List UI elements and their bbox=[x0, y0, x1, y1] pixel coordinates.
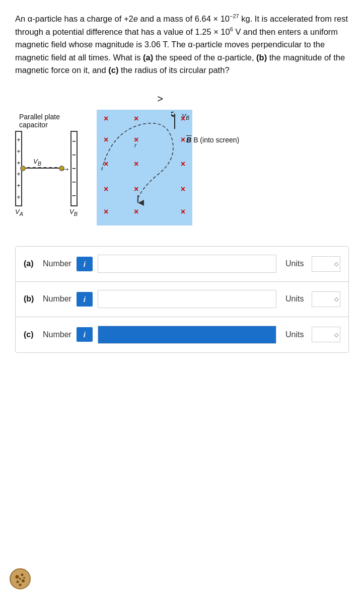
svg-point-4 bbox=[16, 575, 19, 579]
info-btn-b[interactable]: i bbox=[77, 292, 93, 307]
number-label-c: Number bbox=[43, 330, 71, 339]
svg-point-10 bbox=[23, 577, 25, 579]
cookie-icon-container[interactable] bbox=[9, 568, 31, 592]
vb-label: VB bbox=[69, 208, 78, 217]
svg-point-5 bbox=[21, 574, 24, 576]
plus-2: + bbox=[17, 148, 21, 155]
diagram-area: Parallel plate capacitor + + + + + + bbox=[15, 89, 349, 230]
answer-row-a: (a) Number i Units m/s N m bbox=[16, 247, 348, 282]
minus-plate: − − − − − bbox=[70, 131, 78, 206]
number-input-b[interactable] bbox=[98, 290, 276, 308]
field-box: × × VB × × × × bbox=[97, 110, 192, 225]
capacitor-plates: + + + + + + VB → bbox=[15, 131, 78, 206]
b-into-screen: B (into screen) bbox=[193, 136, 239, 144]
units-select-b[interactable]: m/s N m bbox=[312, 291, 340, 307]
units-select-wrapper-b: m/s N m bbox=[312, 291, 340, 307]
page-container: An α-particle has a charge of +2e and a … bbox=[0, 0, 364, 368]
minus-4: − bbox=[72, 179, 76, 185]
plus-4: + bbox=[17, 171, 21, 177]
svg-point-7 bbox=[17, 581, 19, 583]
label-b: (b) bbox=[24, 294, 43, 304]
number-label-b: Number bbox=[43, 294, 71, 304]
minus-2: − bbox=[72, 152, 76, 158]
dot-left bbox=[20, 166, 26, 171]
number-label-a: Number bbox=[43, 259, 71, 268]
cookie-icon bbox=[9, 568, 31, 590]
b-label: B B (into screen) bbox=[186, 136, 239, 144]
va-label: VA bbox=[15, 208, 23, 217]
capacitor-diagram: Parallel plate capacitor + + + + + + bbox=[15, 113, 78, 217]
vb-wire-label: VB bbox=[33, 158, 41, 167]
units-select-c[interactable]: m/s N m bbox=[312, 327, 340, 342]
plus-6: + bbox=[17, 194, 21, 200]
label-c: (c) bbox=[24, 330, 43, 339]
answers-section: (a) Number i Units m/s N m (b) Number i … bbox=[15, 246, 349, 353]
b-overline: B bbox=[186, 136, 191, 144]
svg-text:r: r bbox=[134, 141, 137, 149]
answer-row-b: (b) Number i Units m/s N m bbox=[16, 282, 348, 317]
dashed-wire bbox=[27, 167, 57, 168]
units-select-a[interactable]: m/s N m bbox=[312, 256, 340, 272]
info-btn-a[interactable]: i bbox=[77, 257, 93, 271]
svg-point-9 bbox=[19, 584, 22, 586]
number-input-c[interactable] bbox=[98, 326, 276, 344]
minus-5: − bbox=[72, 192, 76, 199]
capacitor-label: Parallel plate capacitor bbox=[19, 113, 60, 129]
units-label-c: Units bbox=[285, 330, 308, 339]
svg-point-8 bbox=[19, 578, 21, 580]
svg-point-6 bbox=[22, 579, 25, 582]
units-label-b: Units bbox=[285, 294, 308, 304]
units-select-wrapper-c: m/s N m bbox=[312, 327, 340, 342]
plate-labels: VA VB bbox=[15, 208, 78, 217]
plus-3: + bbox=[17, 160, 21, 166]
arrow-right-icon: → bbox=[60, 163, 70, 175]
gt-sign: > bbox=[128, 93, 192, 105]
minus-3: − bbox=[72, 165, 76, 172]
trajectory-svg: r bbox=[97, 110, 192, 225]
info-btn-c[interactable]: i bbox=[77, 327, 93, 342]
field-box-container: > × × VB × bbox=[88, 93, 192, 225]
plus-1: + bbox=[17, 136, 21, 143]
wire: VB → bbox=[22, 168, 62, 169]
units-label-a: Units bbox=[285, 259, 308, 268]
number-input-a[interactable] bbox=[98, 255, 276, 273]
label-a: (a) bbox=[24, 259, 43, 268]
plus-5: + bbox=[17, 182, 21, 189]
units-select-wrapper-a: m/s N m bbox=[312, 256, 340, 272]
problem-text: An α-particle has a charge of +2e and a … bbox=[15, 12, 349, 77]
minus-1: − bbox=[72, 138, 76, 144]
answer-row-c: (c) Number i Units m/s N m bbox=[16, 317, 348, 352]
